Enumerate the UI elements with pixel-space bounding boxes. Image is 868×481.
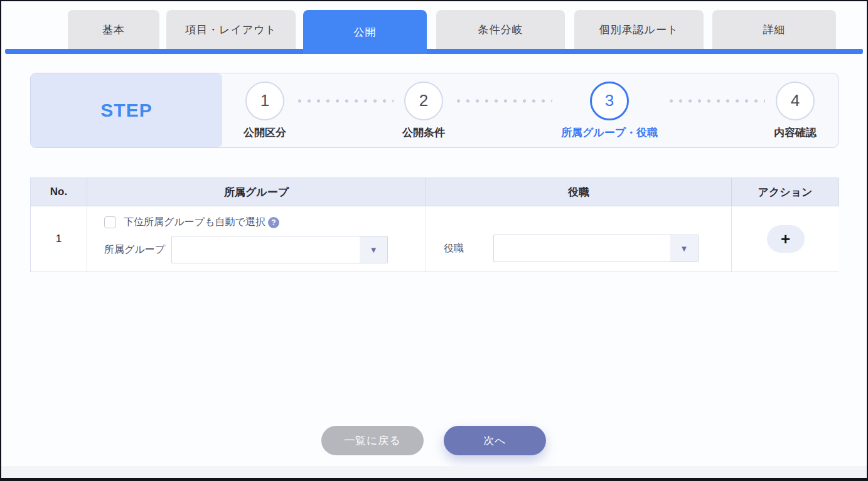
steps-row: 1 公開区分 2 公開条件 3 所属グループ・役職 4 内容確認 (222, 73, 838, 147)
auto-select-lower-groups-checkbox[interactable] (104, 216, 116, 228)
step-4-label: 内容確認 (774, 125, 817, 140)
tab-individual-approval-route[interactable]: 個別承認ルート (574, 10, 704, 49)
group-cell: 下位所属グループも自動で選択 ? 所属グループ ▼ (87, 206, 426, 272)
action-cell: + (732, 206, 839, 272)
step-2-label: 公開条件 (402, 125, 445, 140)
step-3-group-position: 3 所属グループ・役職 (561, 82, 658, 140)
step-connector (295, 82, 394, 120)
tab-items-layout[interactable]: 項目・レイアウト (166, 10, 296, 49)
position-select-label: 役職 (444, 242, 464, 255)
step-2-circle: 2 (404, 82, 443, 120)
step-2-publish-conditions: 2 公開条件 (402, 82, 445, 140)
step-3-circle: 3 (590, 82, 629, 120)
tab-details[interactable]: 詳細 (712, 10, 836, 49)
tab-conditional-branch[interactable]: 条件分岐 (436, 10, 565, 49)
step-1-circle: 1 (245, 82, 284, 120)
step-3-label: 所属グループ・役職 (561, 125, 658, 140)
step-1-publish-category: 1 公開区分 (244, 82, 286, 140)
chevron-down-icon: ▼ (360, 236, 387, 263)
step-1-label: 公開区分 (244, 125, 286, 140)
help-icon[interactable]: ? (268, 217, 279, 228)
step-4-circle: 4 (776, 82, 815, 120)
back-to-list-button[interactable]: 一覧に戻る (321, 426, 424, 455)
column-header-position: 役職 (426, 178, 732, 206)
tab-publish[interactable]: 公開 (303, 10, 427, 54)
column-header-no: No. (31, 178, 87, 206)
stepper-title: STEP (31, 73, 222, 147)
column-header-group: 所属グループ (87, 178, 426, 206)
add-row-button[interactable]: + (767, 225, 805, 253)
tab-basic[interactable]: 基本 (68, 10, 159, 49)
window: 基本 項目・レイアウト 公開 条件分岐 個別承認ルート 詳細 STEP 1 公開… (0, 0, 868, 481)
step-connector (667, 82, 765, 120)
step-4-confirmation: 4 内容確認 (774, 82, 817, 140)
position-select[interactable]: ▼ (493, 235, 699, 262)
column-header-action: アクション (732, 178, 839, 206)
group-select[interactable]: ▼ (171, 236, 388, 263)
stepper-panel: STEP 1 公開区分 2 公開条件 3 所属グループ・役職 4 内容確認 (30, 73, 839, 148)
active-tab-underline (5, 49, 863, 54)
group-select-value (178, 236, 356, 263)
footer-bar (1, 466, 867, 478)
auto-select-lower-groups-label: 下位所属グループも自動で選択 (124, 216, 265, 229)
position-cell: 役職 ▼ (426, 206, 732, 272)
row-number: 1 (31, 206, 87, 272)
step-connector (454, 82, 552, 120)
group-select-label: 所属グループ (104, 243, 165, 256)
group-position-table: No. 所属グループ 役職 アクション 1 下位所属グループも自動で選択 ? 所… (30, 177, 839, 272)
position-select-value (500, 235, 667, 262)
chevron-down-icon: ▼ (670, 235, 698, 262)
next-button[interactable]: 次へ (444, 426, 546, 455)
